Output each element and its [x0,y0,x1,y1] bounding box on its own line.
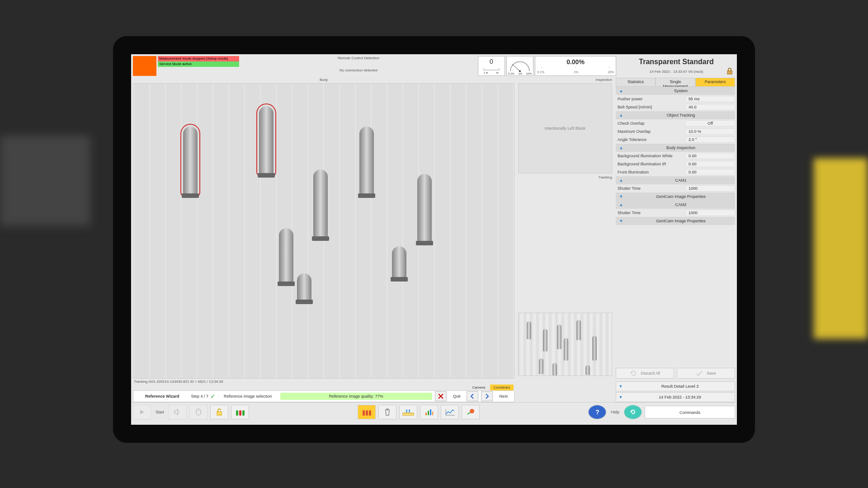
connection-status: No connection detected [241,68,476,72]
svg-line-0 [512,64,520,71]
inspection-label: Inspection [518,78,612,83]
bottles-button[interactable] [231,405,249,419]
recipe-name: Transparent Standard [619,58,733,66]
section-cam2[interactable]: ▲CAM2 [616,201,735,209]
chevron-down-icon: ▼ [616,384,625,389]
chevron-up-icon: ▲ [616,113,627,117]
play-button[interactable] [133,405,151,419]
unlock-button[interactable] [210,405,228,419]
discard-all-button[interactable]: Discard All [616,368,674,379]
commands-button[interactable]: Commands [645,406,735,418]
svg-point-1 [519,70,521,72]
next-button[interactable] [481,391,493,401]
tab-parameters[interactable]: Parameters [695,78,735,87]
section-cam1[interactable]: ▲CAM1 [616,176,735,184]
detail-timestamp-selector[interactable]: ▼14 Feb 2022 - 13:34:29 [616,392,735,402]
tab-camera[interactable]: Camera [469,385,489,390]
prev-button[interactable] [467,391,478,401]
svg-rect-26 [430,409,431,415]
line-chart-button[interactable] [441,405,459,419]
wizard-step: Step 4 / 7 [191,394,208,399]
svg-rect-10 [236,410,238,416]
param-value[interactable]: 95 ms [685,96,735,102]
next-label: Next [495,394,511,399]
param-value[interactable]: 0.00 [685,161,735,167]
speaker-button[interactable] [169,405,187,419]
chevron-down-icon: ▼ [616,194,627,199]
param-value[interactable]: 2.0 ° [685,136,735,143]
recipe-timestamp: 14 Feb 2022 - 13:33:47 V0 (mod) [619,70,733,74]
trash-button[interactable] [378,405,396,419]
mouse-button[interactable] [189,405,208,419]
bottom-toolbar: Start ? Help Commands [131,402,737,421]
status-indicator [133,56,156,76]
param-label: Shutter Time [618,211,685,215]
param-value[interactable]: 1000 [685,185,735,192]
wizard-quality: Reference image quality: 77% [280,393,432,400]
chevron-up-icon: ▲ [616,145,627,150]
section-genicam2[interactable]: ▼GenICam Image Properties [616,217,735,225]
param-value[interactable]: 0.00 [685,153,735,159]
help-label: Help [609,410,621,414]
chevron-up-icon: ▲ [616,89,627,93]
section-object-tracking[interactable]: ▲Object Tracking [616,111,735,119]
param-label: Belt Speed [m/min] [618,105,685,109]
refresh-button[interactable] [624,405,642,419]
tab-single-measurement[interactable]: Single Measurement [656,78,695,87]
detail-level-selector[interactable]: ▼Result Detail Level 3 [616,381,735,391]
quit-button[interactable] [435,391,447,401]
svg-point-28 [470,409,474,413]
svg-rect-27 [432,412,433,415]
section-system[interactable]: ▲System [616,87,735,95]
start-label: Start [154,410,166,414]
param-value[interactable]: 10.0 % [685,128,735,135]
tracking-thumbnail[interactable] [518,313,612,376]
wizard-description: Reference image selection [218,394,278,399]
main-image-viewer[interactable] [133,83,514,379]
inspection-placeholder: Intentionally Left Blank [518,83,612,174]
chevron-down-icon: ▼ [616,219,627,223]
wizard-title: Reference Wizard [136,394,188,399]
param-value[interactable]: 0.00 [685,169,735,175]
tab-combined[interactable]: Combined [490,385,514,390]
param-label: Background Illumination White [618,154,685,158]
chevron-up-icon: ▲ [616,178,627,183]
bar-chart-button[interactable] [420,405,438,419]
save-button[interactable]: Save [677,368,735,379]
svg-rect-12 [242,410,245,416]
param-label: Front Illumination [618,170,685,174]
quit-label: Quit [449,394,464,399]
svg-rect-11 [239,410,241,416]
check-icon: ✓ [210,393,216,400]
status-warning: Measurement mode stopped (Setup mode) [158,56,239,61]
chevron-up-icon: ▲ [616,202,627,207]
bottles-yellow-button[interactable] [358,405,376,419]
param-label: Pusher power [618,97,685,101]
param-label: Check Overlap [618,121,685,126]
body-label: Body [133,78,514,83]
svg-rect-24 [425,413,427,415]
tracking-label: Tracking [518,175,612,179]
svg-rect-13 [363,410,365,416]
wizard-bar: Reference Wizard Step 4 / 7 ✓ Reference … [133,390,514,402]
param-toggle[interactable]: Off [685,120,735,127]
param-label: Angle Tolerance [618,137,685,142]
param-label: Maximum Overlap [618,129,685,134]
remote-control-title: Remote Control Detection [241,56,476,60]
param-label: Shutter Time [618,186,685,191]
tab-statistics[interactable]: Statistics [616,78,656,87]
gauge-widget: 0.1%1%10% [506,56,533,76]
ruler-button[interactable] [399,405,417,419]
svg-rect-6 [727,71,732,74]
target-button[interactable] [462,405,480,419]
param-value[interactable]: 40.0 [685,104,735,110]
lock-icon[interactable] [726,68,733,75]
section-body-inspection[interactable]: ▲Body Inspection [616,144,735,152]
param-label: Background Illumination IR [618,162,685,166]
svg-rect-14 [366,410,368,416]
help-button[interactable]: ? [588,405,606,419]
counter-widget: 0 1 thth. [478,56,505,76]
param-value[interactable]: 1000 [685,210,735,216]
section-genicam1[interactable]: ▼GenICam Image Properties [616,192,735,201]
svg-rect-9 [217,412,222,415]
